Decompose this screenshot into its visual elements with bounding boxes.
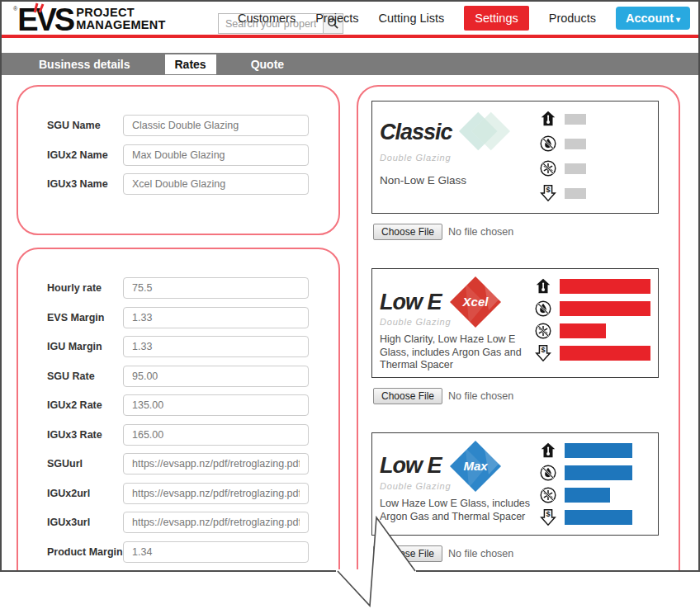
snowflake-slash-icon — [538, 158, 558, 178]
logo-red-check-icon — [32, 2, 47, 14]
xcel-badge-icon: Xcel — [448, 276, 503, 328]
logo-subtitle: PROJECT MANAGEMENT — [76, 7, 166, 31]
rating-chart: $ — [538, 440, 650, 530]
product-card-lowe-xcel: Low E Xcel Double Glazing High Clarity, … — [371, 268, 659, 378]
field-row: Product Margin — [47, 541, 309, 563]
house-thermometer-icon — [538, 109, 558, 129]
brand-name: Classic — [380, 121, 452, 144]
snowflake-slash-icon — [533, 321, 553, 341]
igux2-name-input[interactable] — [123, 144, 309, 166]
rates-panel: Hourly rate EVS Margin IGU Margin SGU Ra… — [17, 248, 340, 572]
dollar-down-arrow-icon: $ — [533, 343, 553, 363]
page: ® EVS PROJECT MANAGEMENT — [0, 0, 700, 609]
nav-cutting-lists[interactable]: Cutting Lists — [379, 12, 445, 25]
igux2-name-label: IGUx2 Name — [47, 149, 123, 161]
rating-bar — [565, 139, 586, 149]
file-status: No file chosen — [448, 226, 513, 238]
evs-logo[interactable]: ® EVS PROJECT MANAGEMENT — [13, 4, 166, 35]
sgu-url-label: SGUurl — [47, 458, 123, 470]
sgu-url-input[interactable] — [123, 453, 309, 474]
svg-text:$: $ — [546, 186, 550, 194]
rating-chart: $ — [533, 276, 650, 372]
field-row: SGUurl — [47, 453, 309, 474]
tab-bar: Business details Rates Quote — [2, 53, 698, 75]
droplet-slash-icon — [538, 463, 558, 483]
igux3-name-input[interactable] — [123, 173, 309, 195]
tab-business-details[interactable]: Business details — [29, 54, 140, 74]
field-row: SGU Rate — [47, 366, 309, 387]
sgu-rate-label: SGU Rate — [47, 371, 123, 382]
igux3-url-input[interactable] — [123, 512, 309, 533]
field-row: IGUx2 Name — [47, 144, 309, 166]
svg-text:Max: Max — [463, 459, 488, 473]
sgu-rate-input[interactable] — [123, 366, 309, 387]
field-row: Hourly rate — [47, 277, 309, 299]
rating-chart: $ — [538, 108, 650, 208]
igux2-rate-input[interactable] — [123, 394, 309, 416]
speech-bubble-tail — [333, 514, 421, 609]
glass-diamond-icon — [459, 108, 510, 156]
igux2-url-label: IGUx2url — [47, 488, 123, 499]
product-margin-input[interactable] — [123, 541, 309, 563]
product-info: Classic Double Glazing Non-Low E Glass — [380, 108, 538, 208]
field-row: IGUx3url — [47, 512, 309, 533]
product-names-panel: SGU Name IGUx2 Name IGUx3 Name — [17, 85, 340, 235]
products-panel: Classic Double Glazing Non-Low E Glass — [357, 85, 680, 572]
svg-text:$: $ — [546, 510, 550, 518]
tab-rates[interactable]: Rates — [165, 54, 216, 74]
rating-bar — [565, 443, 632, 458]
hourly-rate-input[interactable] — [123, 277, 309, 299]
header-accent-line — [2, 35, 698, 38]
product-margin-label: Product Margin — [47, 546, 123, 558]
nav-projects[interactable]: Projects — [315, 12, 358, 25]
dollar-down-arrow-icon: $ — [538, 508, 558, 527]
sgu-name-label: SGU Name — [47, 120, 123, 131]
brand-name: Low E — [380, 455, 442, 477]
dollar-down-arrow-icon: $ — [538, 183, 558, 203]
igux3-rate-input[interactable] — [123, 424, 309, 446]
nav-products[interactable]: Products — [549, 12, 596, 25]
rating-bar — [565, 114, 586, 125]
igux3-rate-label: IGUx3 Rate — [47, 429, 123, 441]
droplet-slash-icon — [533, 299, 553, 319]
choose-file-button[interactable]: Choose File — [373, 224, 442, 240]
house-thermometer-icon — [533, 276, 553, 296]
rating-bar — [565, 510, 632, 525]
rating-bar — [565, 163, 586, 174]
file-upload-lowe-xcel: Choose File No file chosen — [373, 388, 679, 404]
rating-bar — [565, 188, 586, 199]
product-info: Low E Xcel Double Glazing High Clarity, … — [380, 276, 533, 372]
max-badge-icon: Max — [448, 440, 503, 493]
field-row: SGU Name — [47, 115, 309, 136]
nav-customers[interactable]: Customers — [238, 12, 296, 25]
file-upload-classic: Choose File No file chosen — [373, 224, 679, 240]
svg-text:$: $ — [541, 346, 545, 354]
product-description: High Clarity, Low Haze Low E Glass, incl… — [380, 333, 533, 372]
evs-margin-input[interactable] — [123, 307, 309, 328]
svg-text:Xcel: Xcel — [461, 295, 489, 309]
snowflake-slash-icon — [538, 485, 558, 505]
file-status: No file chosen — [448, 548, 513, 559]
igux3-name-label: IGUx3 Name — [47, 178, 123, 190]
rating-bar — [560, 301, 650, 316]
hourly-rate-label: Hourly rate — [47, 282, 123, 294]
account-menu-button[interactable]: Account▾ — [616, 7, 690, 30]
field-row: IGUx2 Rate — [47, 394, 309, 416]
rating-bar — [565, 465, 632, 480]
rating-bar — [565, 488, 610, 503]
main-nav: Customers Projects Cutting Lists Setting… — [238, 2, 690, 35]
app-window: ® EVS PROJECT MANAGEMENT — [0, 0, 700, 572]
igux2-url-input[interactable] — [123, 483, 309, 504]
sgu-name-input[interactable] — [123, 115, 309, 136]
product-description: Non-Low E Glass — [380, 174, 538, 188]
product-card-classic: Classic Double Glazing Non-Low E Glass — [371, 101, 659, 214]
file-status: No file chosen — [448, 390, 513, 402]
igu-margin-label: IGU Margin — [47, 341, 123, 352]
choose-file-button[interactable]: Choose File — [373, 388, 442, 404]
tab-quote[interactable]: Quote — [241, 54, 294, 74]
field-row: IGU Margin — [47, 336, 309, 357]
field-row: IGUx3 Rate — [47, 424, 309, 446]
nav-settings[interactable]: Settings — [464, 6, 528, 31]
chevron-down-icon: ▾ — [676, 15, 680, 24]
igu-margin-input[interactable] — [123, 336, 309, 357]
